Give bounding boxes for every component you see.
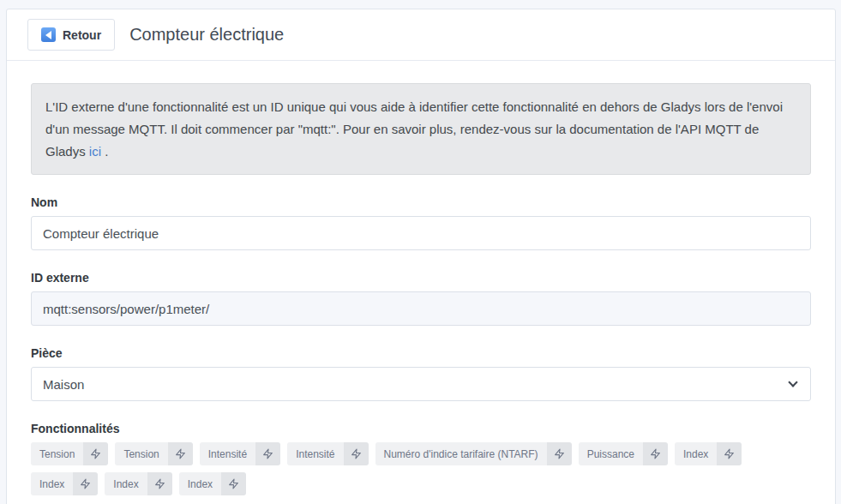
feature-tag: Index bbox=[31, 472, 98, 495]
name-field-group: Nom bbox=[31, 195, 811, 250]
room-select[interactable]: Maison bbox=[31, 367, 811, 401]
name-input[interactable] bbox=[31, 216, 811, 250]
feature-tag-label: Index bbox=[675, 442, 717, 465]
zap-icon[interactable] bbox=[344, 442, 369, 465]
feature-tag: Puissance bbox=[579, 442, 668, 465]
feature-tag-label: Intensité bbox=[287, 442, 343, 465]
alert-text: L'ID externe d'une fonctionnalité est un… bbox=[45, 99, 783, 159]
zap-icon[interactable] bbox=[147, 472, 172, 495]
feature-tag: Intensité bbox=[287, 442, 368, 465]
feature-tag: Tension bbox=[31, 442, 108, 465]
zap-icon[interactable] bbox=[255, 442, 280, 465]
features-group: Fonctionnalités Tension Tension Intensit… bbox=[31, 422, 811, 495]
zap-icon[interactable] bbox=[83, 442, 108, 465]
documentation-link[interactable]: ici bbox=[89, 144, 101, 159]
feature-tag-label: Tension bbox=[31, 442, 83, 465]
external-id-input[interactable] bbox=[31, 291, 811, 326]
zap-icon[interactable] bbox=[547, 442, 572, 465]
device-card: Retour Compteur électrique L'ID externe … bbox=[6, 9, 836, 504]
features-label: Fonctionnalités bbox=[31, 422, 811, 435]
feature-tag-label: Index bbox=[179, 472, 221, 495]
feature-tag-label: Puissance bbox=[579, 442, 643, 465]
page-title: Compteur électrique bbox=[129, 25, 284, 45]
feature-tag-label: Numéro d'indice tarifaire (NTARF) bbox=[375, 442, 547, 465]
feature-tag-label: Index bbox=[105, 472, 147, 495]
feature-tag-label: Index bbox=[31, 472, 73, 495]
feature-tag: Index bbox=[179, 472, 246, 495]
feature-tag-label: Intensité bbox=[200, 442, 255, 465]
card-body: L'ID externe d'une fonctionnalité est un… bbox=[7, 61, 835, 504]
zap-icon[interactable] bbox=[73, 472, 98, 495]
external-id-label: ID externe bbox=[31, 271, 811, 285]
alert-text-end: . bbox=[105, 144, 108, 159]
feature-tag: Tension bbox=[115, 442, 192, 465]
zap-icon[interactable] bbox=[168, 442, 193, 465]
back-button[interactable]: Retour bbox=[27, 19, 115, 51]
features-list: Tension Tension Intensité Intensité bbox=[31, 442, 811, 495]
external-id-field-group: ID externe bbox=[31, 271, 811, 326]
feature-tag: Index bbox=[105, 472, 171, 495]
back-arrow-icon bbox=[41, 27, 56, 42]
back-button-label: Retour bbox=[63, 28, 101, 42]
room-field-group: Pièce Maison bbox=[31, 346, 811, 401]
zap-icon[interactable] bbox=[717, 442, 742, 465]
name-label: Nom bbox=[31, 195, 811, 209]
mqtt-info-alert: L'ID externe d'une fonctionnalité est un… bbox=[31, 83, 811, 175]
feature-tag-label: Tension bbox=[115, 442, 167, 465]
feature-tag: Index bbox=[675, 442, 742, 465]
room-label: Pièce bbox=[31, 346, 811, 360]
feature-tag: Intensité bbox=[200, 442, 280, 465]
zap-icon[interactable] bbox=[221, 472, 246, 495]
card-header: Retour Compteur électrique bbox=[7, 9, 835, 61]
feature-tag: Numéro d'indice tarifaire (NTARF) bbox=[375, 442, 572, 465]
zap-icon[interactable] bbox=[643, 442, 668, 465]
